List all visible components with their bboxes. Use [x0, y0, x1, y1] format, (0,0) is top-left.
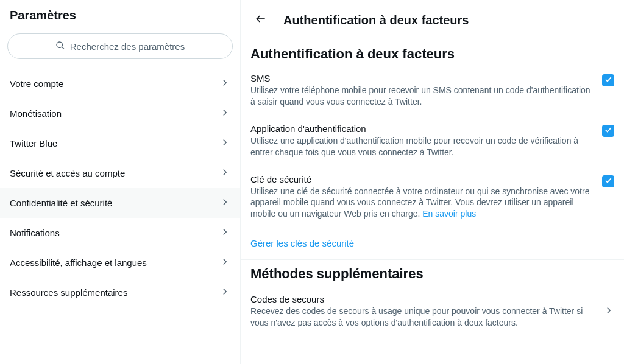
sidebar-item-label: Monétisation: [10, 108, 62, 119]
method-security-key: Clé de sécurité Utilisez une clé de sécu…: [241, 168, 624, 230]
sidebar-item-accessibility[interactable]: Accessibilité, affichage et langues: [0, 248, 240, 278]
main-header: Authentification à deux facteurs: [241, 7, 624, 40]
sidebar-item-privacy-safety[interactable]: Confidentialité et sécurité: [0, 188, 240, 218]
sidebar-item-twitter-blue[interactable]: Twitter Blue: [0, 128, 240, 158]
chevron-right-icon: [219, 77, 230, 90]
method-title: Application d'authentification: [250, 124, 594, 134]
sidebar-item-label: Votre compte: [10, 79, 63, 89]
backup-codes-title: Codes de secours: [250, 294, 595, 304]
chevron-right-icon: [219, 226, 230, 239]
sidebar-item-label: Confidentialité et sécurité: [10, 198, 112, 208]
method-desc: Utilisez une application d'authentificat…: [250, 135, 594, 158]
sidebar-item-label: Notifications: [10, 228, 60, 238]
main-panel: Authentification à deux facteurs Authent…: [241, 0, 624, 364]
sidebar-item-label: Twitter Blue: [10, 138, 57, 149]
backup-codes-desc: Recevez des codes de secours à usage uni…: [250, 306, 595, 329]
method-title: Clé de sécurité: [250, 174, 594, 184]
section-additional-title: Méthodes supplémentaires: [241, 260, 624, 287]
method-desc: Utilisez une clé de sécurité connectée à…: [250, 186, 594, 220]
sidebar-item-label: Sécurité et accès au compte: [10, 168, 125, 178]
chevron-right-icon: [219, 256, 230, 269]
check-icon: [604, 75, 612, 86]
chevron-right-icon: [219, 107, 230, 120]
chevron-right-icon: [219, 137, 230, 150]
check-icon: [604, 176, 612, 187]
manage-security-keys-link[interactable]: Gérer les clés de sécurité: [250, 238, 354, 248]
sidebar-title: Paramètres: [0, 9, 240, 31]
method-title: SMS: [250, 73, 594, 83]
sidebar-item-account[interactable]: Votre compte: [0, 69, 240, 99]
sms-checkbox[interactable]: [602, 74, 614, 86]
auth-app-checkbox[interactable]: [602, 125, 614, 137]
method-desc: Utilisez votre téléphone mobile pour rec…: [250, 85, 594, 108]
sidebar-nav: Votre compte Monétisation Twitter Blue S…: [0, 69, 240, 307]
search-icon: [55, 41, 65, 52]
search-placeholder: Recherchez des paramètres: [70, 41, 185, 52]
section-2fa-title: Authentification à deux facteurs: [241, 40, 624, 67]
page-title: Authentification à deux facteurs: [283, 13, 469, 27]
sidebar-item-notifications[interactable]: Notifications: [0, 218, 240, 248]
chevron-right-icon: [219, 286, 230, 299]
settings-sidebar: Paramètres Recherchez des paramètres Vot…: [0, 0, 241, 364]
search-input[interactable]: Recherchez des paramètres: [7, 33, 233, 59]
chevron-right-icon: [603, 305, 614, 318]
security-key-checkbox[interactable]: [602, 175, 614, 187]
chevron-right-icon: [219, 167, 230, 180]
chevron-right-icon: [219, 197, 230, 209]
method-sms: SMS Utilisez votre téléphone mobile pour…: [241, 67, 624, 117]
backup-codes-item[interactable]: Codes de secours Recevez des codes de se…: [241, 287, 624, 340]
sidebar-item-label: Ressources supplémentaires: [10, 287, 127, 298]
sidebar-item-resources[interactable]: Ressources supplémentaires: [0, 278, 240, 307]
sidebar-item-security-access[interactable]: Sécurité et accès au compte: [0, 158, 240, 188]
manage-keys-row: Gérer les clés de sécurité: [241, 229, 624, 260]
back-button[interactable]: [250, 10, 271, 30]
method-auth-app: Application d'authentification Utilisez …: [241, 117, 624, 168]
sidebar-item-monetization[interactable]: Monétisation: [0, 99, 240, 128]
arrow-left-icon: [255, 13, 267, 27]
check-icon: [604, 125, 612, 136]
learn-more-link[interactable]: En savoir plus: [422, 209, 476, 219]
sidebar-item-label: Accessibilité, affichage et langues: [10, 257, 147, 268]
